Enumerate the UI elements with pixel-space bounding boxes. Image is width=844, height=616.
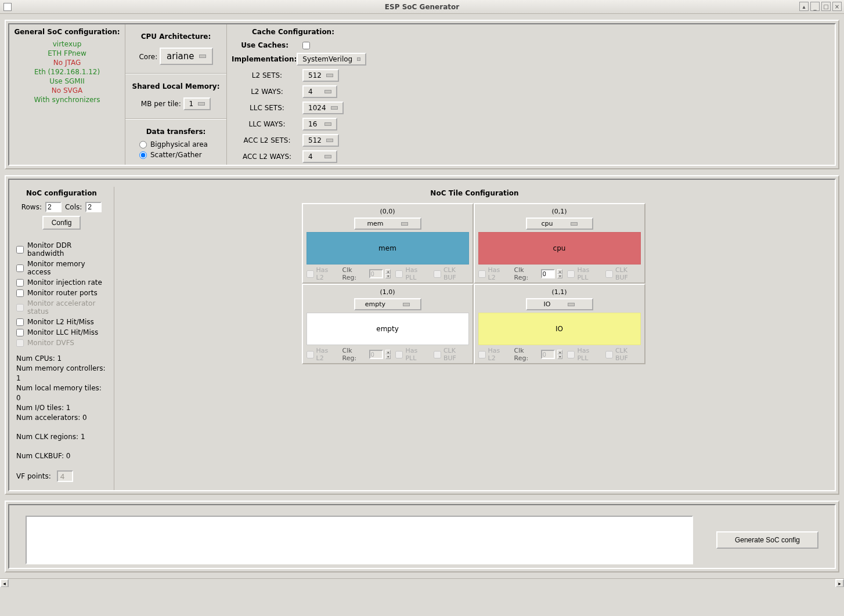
noc-config-panel: NoC configuration Rows: Cols: Config Mon… xyxy=(9,187,114,490)
noc-title: NoC configuration xyxy=(14,187,109,200)
cols-label: Cols: xyxy=(65,203,82,211)
tile-body: IO xyxy=(478,313,641,345)
vf-points-input xyxy=(57,470,73,482)
rows-label: Rows: xyxy=(21,203,42,211)
cache-row-select[interactable]: 512 xyxy=(302,69,339,82)
general-item: No SVGA xyxy=(9,86,125,95)
tile-type-select[interactable]: empty xyxy=(354,298,421,310)
generate-soc-button[interactable]: Generate SoC config xyxy=(716,531,818,549)
spinner-icon[interactable]: ▴▾ xyxy=(557,269,562,278)
general-item: Eth (192.168.1.12) xyxy=(9,67,125,77)
chevron-down-icon xyxy=(324,122,331,126)
radio-bigphysical[interactable]: Bigphysical area xyxy=(129,139,223,150)
radio-scatter-gather[interactable]: Scatter/Gather xyxy=(129,150,223,160)
chevron-down-icon xyxy=(326,139,333,142)
cache-row-label: L2 WAYS: xyxy=(232,88,302,96)
monitor-checkbox[interactable]: Monitor LLC Hit/Miss xyxy=(16,327,107,338)
cache-row-label: LLC WAYS: xyxy=(232,120,302,128)
impl-select[interactable]: SystemVerilog xyxy=(297,53,366,66)
cache-row-label: LLC SETS: xyxy=(232,104,302,112)
clk-reg-input xyxy=(541,350,555,359)
stat-line: Num local memory tiles: 0 xyxy=(16,383,107,403)
clk-regions-stat: Num CLK regions: 1 xyxy=(14,424,109,443)
chevron-down-icon xyxy=(401,222,408,226)
cache-row-select[interactable]: 16 xyxy=(302,118,337,131)
tile-type-select[interactable]: cpu xyxy=(526,218,593,230)
window-maximize-icon[interactable]: □ xyxy=(821,2,831,11)
general-item: No JTAG xyxy=(9,58,125,67)
general-item: Use SGMII xyxy=(9,77,125,86)
cols-input[interactable] xyxy=(85,202,102,212)
window-close-icon[interactable]: × xyxy=(832,2,842,11)
tile: (1,0)emptyemptyHas L2Clk Reg:▴▾Has PLLCL… xyxy=(302,284,474,364)
general-item: ETH FPnew xyxy=(9,49,125,58)
mb-per-tile-select[interactable]: 1 xyxy=(183,97,211,110)
core-label: Core: xyxy=(139,53,157,61)
stat-line: Num CPUs: 1 xyxy=(16,354,107,364)
cache-row-label: ACC L2 WAYS: xyxy=(232,153,302,161)
cache-row-label: ACC L2 SETS: xyxy=(232,136,302,144)
clk-reg-input xyxy=(369,350,383,359)
window-minimize-icon[interactable]: _ xyxy=(810,2,820,11)
tile-body: cpu xyxy=(478,232,641,264)
chevron-down-icon xyxy=(324,155,331,158)
chevron-down-icon xyxy=(571,222,578,226)
tile-coord: (1,0) xyxy=(306,287,469,298)
config-button[interactable]: Config xyxy=(42,216,81,230)
monitor-checkbox: Monitor accelerator status xyxy=(16,298,107,317)
clkbuf-stat: Num CLKBUF: 0 xyxy=(14,443,109,462)
spinner-icon: ▴▾ xyxy=(385,269,391,278)
has-pll-checkbox xyxy=(567,351,575,358)
chevron-down-icon xyxy=(198,102,205,106)
chevron-down-icon xyxy=(568,303,575,306)
scroll-left-icon[interactable]: ◂ xyxy=(0,579,9,587)
vf-points-label: VF points: xyxy=(16,472,51,480)
clk-reg-input[interactable] xyxy=(541,269,555,278)
tile-coord: (0,1) xyxy=(478,206,641,218)
tile-coord: (0,0) xyxy=(306,206,469,218)
has-pll-checkbox xyxy=(567,270,575,278)
clk-reg-input xyxy=(369,269,383,278)
cache-row-select[interactable]: 4 xyxy=(302,150,337,163)
core-select[interactable]: ariane xyxy=(160,48,212,65)
tile-type-select[interactable]: mem xyxy=(354,218,421,230)
cache-row-select[interactable]: 512 xyxy=(302,134,339,147)
chevron-down-icon xyxy=(403,303,410,306)
cache-row-select[interactable]: 4 xyxy=(302,85,337,98)
cpu-arch-title: CPU Architecture: xyxy=(129,29,223,44)
data-transfers-title: Data transfers: xyxy=(129,124,223,139)
spinner-icon: ▴▾ xyxy=(385,350,391,359)
cpu-arch-panel: CPU Architecture: Core: ariane Shared Lo… xyxy=(125,24,227,165)
general-item: With synchronizers xyxy=(9,95,125,104)
window-title: ESP SoC Generator xyxy=(0,3,844,11)
window-min-top-icon[interactable]: ▴ xyxy=(799,2,809,11)
cache-row-label: L2 SETS: xyxy=(232,71,302,79)
cache-row-select[interactable]: 1024 xyxy=(302,102,344,114)
has-l2-checkbox xyxy=(306,351,314,358)
clk-buf-checkbox xyxy=(434,270,441,278)
tile-type-select[interactable]: IO xyxy=(526,298,593,310)
monitor-checkbox[interactable]: Monitor injection rate xyxy=(16,277,107,288)
general-item: virtexup xyxy=(9,39,125,49)
rows-input[interactable] xyxy=(45,202,62,212)
tile: (0,1)cpucpuHas L2Clk Reg:▴▾Has PLLCLK BU… xyxy=(474,203,645,284)
tile-coord: (1,1) xyxy=(478,287,641,298)
monitor-checkbox[interactable]: Monitor router ports xyxy=(16,288,107,298)
monitor-checkbox[interactable]: Monitor DDR bandwidth xyxy=(16,240,107,259)
chevron-down-icon xyxy=(324,90,331,93)
monitor-checkbox[interactable]: Monitor memory access xyxy=(16,259,107,277)
h-scrollbar[interactable]: ◂ ▸ xyxy=(0,578,844,587)
tile-body: empty xyxy=(306,313,469,345)
chevron-down-icon xyxy=(357,57,360,61)
has-l2-checkbox xyxy=(478,270,486,278)
cache-config-panel: Cache Configuration: Use Caches: Impleme… xyxy=(227,24,359,165)
message-area xyxy=(26,516,693,564)
use-caches-checkbox[interactable] xyxy=(302,42,310,49)
clk-buf-checkbox xyxy=(434,351,441,358)
monitor-checkbox[interactable]: Monitor L2 Hit/Miss xyxy=(16,317,107,327)
stat-line: Num memory controllers: 1 xyxy=(16,364,107,383)
impl-label: Implementation: xyxy=(232,55,297,63)
chevron-down-icon xyxy=(326,74,333,77)
tile-config-title: NoC Tile Configuration xyxy=(114,187,835,200)
scroll-right-icon[interactable]: ▸ xyxy=(835,579,844,587)
